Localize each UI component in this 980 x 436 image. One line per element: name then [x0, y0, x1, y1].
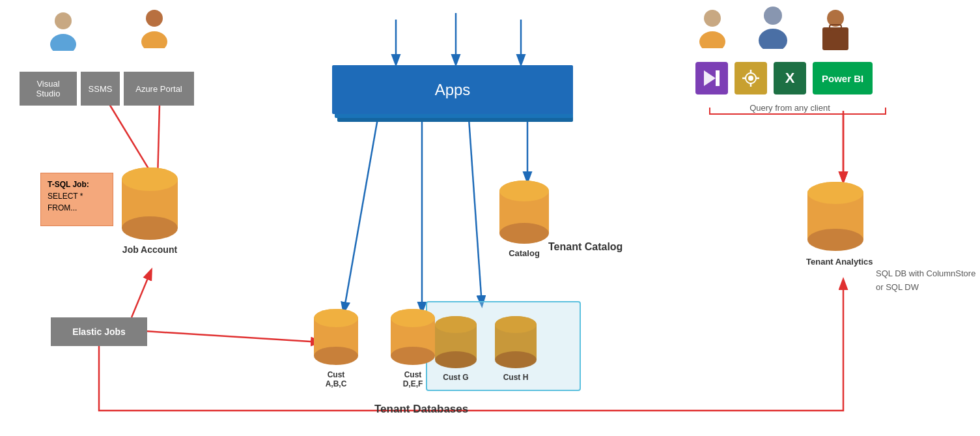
svg-point-41: [704, 10, 721, 27]
tsql-label: T-SQL Job:: [48, 180, 89, 189]
visual-studio-box: Visual Studio: [20, 72, 77, 106]
vs-tool-icon: [695, 62, 728, 94]
svg-point-23: [499, 223, 549, 244]
svg-point-32: [391, 309, 435, 327]
cust-def-label: CustD,E,F: [389, 370, 436, 388]
cust-g-db: Cust G: [434, 315, 478, 382]
svg-point-44: [759, 29, 787, 49]
cust-abc-label: CustA,B,C: [313, 370, 359, 388]
cust-abc-db: CustA,B,C: [313, 308, 359, 388]
svg-point-40: [495, 316, 537, 333]
person-right-3: [819, 9, 852, 54]
svg-line-9: [469, 119, 482, 305]
svg-point-13: [55, 12, 72, 29]
svg-point-28: [314, 309, 358, 327]
tsql-job-box: T-SQL Job: SELECT *FROM...: [40, 173, 113, 226]
svg-rect-49: [716, 70, 720, 86]
catalog-db: Catalog: [498, 179, 550, 258]
apps-stack: Apps: [332, 65, 573, 127]
tenant-analytics-label: Tenant Analytics: [806, 257, 873, 268]
cust-h-db: Cust H: [494, 315, 538, 382]
svg-point-20: [122, 167, 178, 191]
job-account-label: Job Account: [120, 244, 179, 255]
query-label: Query from any client: [689, 103, 891, 113]
person-vs: [49, 12, 77, 51]
svg-point-43: [764, 7, 782, 25]
sql-db-label: SQL DB with ColumnStore or SQL DW: [876, 267, 980, 295]
elastic-jobs-box: Elastic Jobs: [51, 317, 147, 346]
azure-portal-box: Azure Portal: [124, 72, 194, 106]
client-tools-icons: X Power BI: [695, 62, 873, 94]
svg-point-24: [499, 181, 549, 201]
svg-point-16: [141, 31, 167, 48]
cust-def-db: CustD,E,F: [389, 308, 436, 388]
tenant-databases-label: Tenant Databases: [374, 403, 468, 416]
svg-point-27: [314, 347, 358, 365]
cust-g-label: Cust G: [434, 373, 478, 382]
svg-line-2: [132, 270, 151, 317]
architecture-diagram: Visual Studio SSMS Azure Portal T-SQL Jo…: [0, 0, 980, 436]
svg-point-59: [807, 182, 863, 204]
powerbi-button: Power BI: [813, 62, 873, 94]
catalog-label: Catalog: [498, 248, 550, 258]
excel-icon: X: [774, 62, 806, 94]
tenant-analytics-db: Tenant Analytics: [806, 181, 873, 268]
svg-point-15: [146, 10, 163, 27]
catalog-cylinder: [498, 179, 550, 244]
svg-rect-46: [822, 27, 848, 50]
person-right-1: [698, 9, 727, 51]
svg-point-35: [435, 351, 477, 368]
tools-icon: [735, 62, 767, 94]
svg-point-14: [50, 34, 76, 51]
svg-line-7: [344, 119, 378, 312]
person-ssms: [140, 9, 169, 48]
svg-marker-48: [704, 70, 716, 86]
svg-point-39: [495, 351, 537, 368]
svg-point-36: [435, 316, 477, 333]
svg-point-42: [699, 31, 725, 48]
tsql-query: SELECT *FROM...: [48, 192, 83, 212]
job-account-db: Job Account: [120, 166, 179, 255]
svg-line-3: [145, 331, 320, 342]
tenant-catalog-label: Tenant Catalog: [548, 241, 623, 253]
apps-label: Apps: [435, 81, 471, 99]
svg-point-55: [748, 76, 753, 81]
svg-point-58: [807, 229, 863, 251]
cust-h-label: Cust H: [494, 373, 538, 382]
ssms-box: SSMS: [81, 72, 120, 106]
svg-point-31: [391, 347, 435, 365]
job-account-cylinder: [120, 166, 179, 244]
svg-point-19: [122, 216, 178, 240]
person-right-2: [757, 7, 789, 51]
